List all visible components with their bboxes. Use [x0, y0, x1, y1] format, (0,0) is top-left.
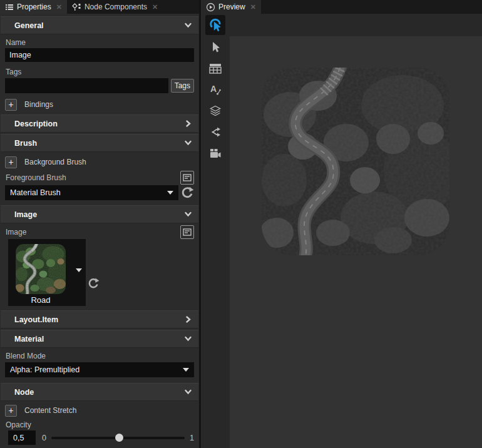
image-label: Image — [0, 228, 180, 237]
opacity-max-label: 1 — [190, 434, 194, 442]
camera-tool-button[interactable] — [201, 143, 230, 164]
tags-button[interactable]: Tags — [171, 79, 194, 93]
section-title: Image — [14, 210, 184, 219]
image-resource-dropdown[interactable]: Road — [8, 239, 86, 306]
grid-tool-button[interactable] — [201, 58, 230, 79]
section-title: Brush — [14, 139, 184, 148]
foreground-brush-dropdown[interactable]: Material Brush — [5, 185, 178, 200]
add-content-stretch-button[interactable]: + — [5, 405, 17, 417]
chevron-down-icon — [184, 335, 192, 343]
reset-brush-icon[interactable] — [180, 186, 194, 200]
section-header-material[interactable]: Material — [1, 330, 198, 348]
tags-input[interactable] — [5, 78, 168, 93]
section-header-brush[interactable]: Brush — [1, 134, 198, 152]
foreground-brush-label-row: Foreground Brush — [0, 171, 194, 185]
section-header-node[interactable]: Node — [1, 383, 198, 401]
preview-image-node[interactable] — [262, 68, 449, 255]
properties-panel: Properties ✕ Node Components ✕ General — [0, 0, 199, 448]
interact-cursor-icon — [208, 18, 223, 33]
play-circle-icon — [206, 3, 215, 12]
dropdown-caret-icon — [183, 368, 189, 372]
name-input[interactable] — [5, 48, 194, 62]
component-diamond-icon — [72, 3, 81, 11]
opacity-label: Opacity — [0, 420, 199, 429]
chevron-down-icon — [184, 388, 192, 396]
chevron-down-icon — [184, 21, 192, 29]
add-background-brush-button[interactable]: + — [5, 156, 17, 168]
editor-window-icon — [183, 174, 192, 181]
connections-tool-button[interactable] — [201, 121, 230, 143]
chevron-right-icon — [184, 120, 192, 128]
left-tabbar: Properties ✕ Node Components ✕ — [0, 0, 199, 14]
preview-tabbar: Preview ✕ — [201, 0, 482, 14]
bindings-label: Bindings — [24, 100, 53, 109]
bindings-row: + Bindings — [5, 98, 199, 111]
tab-properties-label: Properties — [17, 3, 51, 11]
section-title: Node — [14, 388, 184, 397]
text-tool-button[interactable]: A — [201, 79, 230, 100]
section-header-layout-item[interactable]: Layout.Item — [1, 310, 198, 328]
tags-row: Tags — [5, 78, 194, 93]
video-camera-icon — [209, 148, 222, 159]
dropdown-caret-icon — [167, 191, 173, 195]
chevron-right-icon — [184, 315, 192, 323]
tab-node-components-close-icon[interactable]: ✕ — [152, 3, 158, 11]
add-binding-button[interactable]: + — [5, 99, 17, 111]
chevron-down-icon — [184, 139, 192, 147]
tab-node-components[interactable]: Node Components ✕ — [67, 0, 163, 14]
opacity-min-label: 0 — [42, 434, 46, 442]
opacity-slider-handle[interactable] — [115, 434, 123, 442]
blend-mode-dropdown[interactable]: Alpha: Premultiplied — [5, 362, 194, 377]
section-title: Layout.Item — [14, 315, 184, 324]
text-analyze-icon: A — [209, 83, 222, 96]
image-resource-name: Road — [16, 295, 66, 305]
section-title: General — [14, 21, 184, 30]
grid-icon — [209, 63, 222, 74]
chevron-down-icon — [184, 210, 192, 218]
section-title: Material — [14, 335, 184, 344]
layers-tool-button[interactable] — [201, 100, 230, 121]
tags-label: Tags — [0, 68, 199, 76]
tab-preview-label: Preview — [218, 3, 245, 11]
section-header-image[interactable]: Image — [1, 205, 198, 223]
svg-text:A: A — [210, 84, 217, 94]
background-brush-label: Background Brush — [24, 158, 86, 166]
name-label: Name — [0, 38, 199, 47]
section-header-general[interactable]: General — [1, 16, 198, 34]
blend-mode-label: Blend Mode — [0, 352, 199, 360]
open-brush-editor-button[interactable] — [180, 171, 194, 185]
tab-properties[interactable]: Properties ✕ — [0, 0, 67, 14]
preview-toolbar-row — [201, 14, 482, 36]
section-title: Description — [14, 120, 184, 128]
tab-preview[interactable]: Preview ✕ — [201, 0, 261, 14]
road-thumbnail-image — [16, 244, 66, 294]
foreground-brush-label: Foreground Brush — [0, 173, 180, 182]
foreground-brush-value: Material Brush — [10, 188, 167, 197]
preview-tool-column: A — [201, 36, 230, 448]
layers-icon — [209, 104, 222, 117]
opacity-slider[interactable] — [51, 430, 185, 445]
section-header-description[interactable]: Description — [1, 115, 198, 133]
editor-window-icon — [183, 228, 192, 236]
preview-viewport[interactable] — [230, 36, 482, 448]
preview-body: A — [201, 36, 482, 448]
preview-panel: Preview ✕ — [201, 0, 482, 448]
tab-node-components-label: Node Components — [85, 3, 147, 11]
branch-arrows-icon — [209, 126, 222, 138]
foreground-brush-value-row: Material Brush — [5, 185, 194, 200]
tab-preview-close-icon[interactable]: ✕ — [250, 3, 256, 11]
dropdown-caret-icon — [76, 268, 82, 272]
interact-tool-button[interactable] — [205, 15, 225, 35]
select-tool-button[interactable] — [201, 36, 230, 58]
background-brush-row: + Background Brush — [5, 156, 199, 168]
list-icon — [5, 3, 14, 11]
blend-mode-value: Alpha: Premultiplied — [10, 365, 183, 374]
opacity-row: 0,5 0 1 — [8, 430, 194, 445]
image-label-row: Image — [0, 225, 194, 239]
content-stretch-label: Content Stretch — [24, 406, 76, 415]
content-stretch-row: + Content Stretch — [5, 404, 199, 417]
reset-image-icon[interactable] — [87, 277, 100, 290]
open-image-editor-button[interactable] — [180, 225, 194, 239]
opacity-value-input[interactable]: 0,5 — [8, 430, 36, 445]
tab-properties-close-icon[interactable]: ✕ — [56, 3, 62, 11]
